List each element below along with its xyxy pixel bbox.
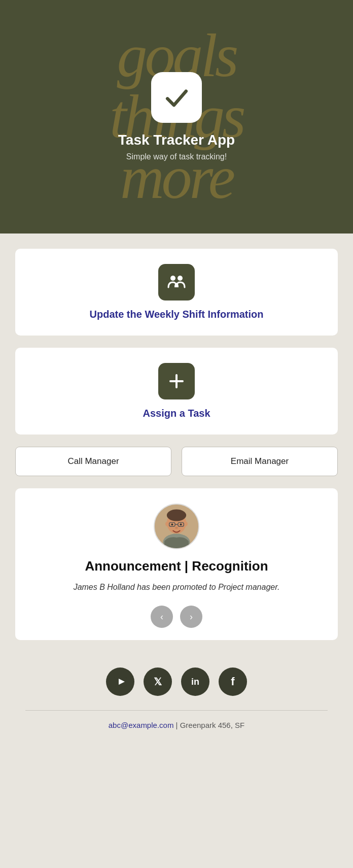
prev-arrow-button[interactable]: ‹ [151, 606, 173, 628]
manager-buttons-row: Call Manager Email Manager [15, 447, 338, 476]
app-subtitle: Simple way of task tracking! [126, 152, 227, 161]
main-content: Update the Weekly Shift Information Assi… [0, 233, 353, 745]
svg-point-8 [184, 521, 188, 526]
next-arrow-icon: › [190, 612, 193, 622]
footer-separator: | [173, 721, 180, 729]
app-icon [151, 72, 202, 123]
footer-address: Greenpark 456, SF [180, 721, 245, 729]
footer-email[interactable]: abc@example.com [109, 721, 174, 729]
app-title: Task Tracker App [118, 132, 235, 148]
footer-divider [25, 710, 328, 711]
prev-arrow-icon: ‹ [160, 612, 163, 622]
announcement-text: James B Holland has been promoted to Pro… [74, 581, 280, 593]
youtube-icon[interactable] [106, 667, 134, 696]
linkedin-icon[interactable]: in [181, 667, 209, 696]
avatar [154, 504, 199, 549]
social-icons-row: 𝕏 in f [106, 667, 247, 696]
task-card-title: Assign a Task [143, 408, 210, 419]
svg-point-12 [171, 523, 173, 525]
announcement-title: Announcement | Recognition [85, 558, 268, 574]
shift-icon-box [158, 264, 195, 301]
task-card: Assign a Task [15, 348, 338, 435]
call-manager-button[interactable]: Call Manager [15, 447, 171, 476]
task-icon-box [158, 363, 195, 399]
youtube-svg [114, 677, 127, 687]
announcement-card: Announcement | Recognition James B Holla… [15, 488, 338, 640]
footer-contact: abc@example.com | Greenpark 456, SF [109, 721, 244, 745]
facebook-label: f [231, 675, 234, 688]
svg-point-7 [165, 521, 169, 526]
x-twitter-label: 𝕏 [154, 676, 162, 688]
email-manager-button[interactable]: Email Manager [182, 447, 338, 476]
linkedin-label: in [191, 677, 199, 687]
x-twitter-icon[interactable]: 𝕏 [144, 667, 172, 696]
hero-content: Task Tracker App Simple way of task trac… [118, 72, 235, 161]
next-arrow-button[interactable]: › [180, 606, 202, 628]
svg-point-0 [170, 276, 175, 281]
people-icon [165, 271, 188, 293]
add-task-icon [165, 370, 188, 392]
announcement-nav: ‹ › [151, 606, 202, 628]
checkmark-icon [163, 84, 191, 112]
svg-point-13 [180, 523, 182, 525]
avatar-image [155, 504, 198, 549]
hero-section: goalsthingsmore Task Tracker App Simple … [0, 0, 353, 233]
shift-card: Update the Weekly Shift Information [15, 249, 338, 336]
svg-point-1 [178, 276, 183, 281]
svg-point-6 [167, 510, 186, 521]
facebook-icon[interactable]: f [219, 667, 247, 696]
social-section: 𝕏 in f abc@example.com | Greenpark 456, … [15, 652, 338, 745]
shift-card-title: Update the Weekly Shift Information [90, 309, 264, 320]
svg-point-14 [175, 527, 178, 529]
